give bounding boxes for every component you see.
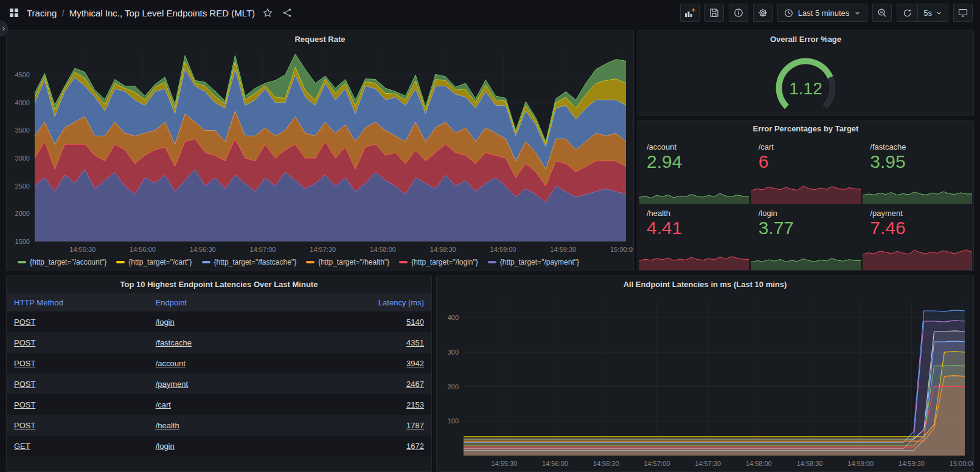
stat-value: 3.77	[759, 218, 853, 239]
table-row: POST/login5140	[7, 311, 431, 332]
cell-link[interactable]: /login	[156, 442, 175, 451]
stat-tile-login: /login3.77	[750, 204, 862, 270]
apps-grid-icon[interactable]	[7, 6, 21, 19]
panel-latency-table: Top 10 Highest Endpoint Latencies Over L…	[6, 276, 432, 472]
column-header[interactable]: Endpoint	[148, 293, 290, 311]
panel-title[interactable]: All Endpoint Latencies in ms (Last 10 mi…	[437, 276, 973, 293]
legend-series-color	[399, 261, 408, 263]
column-header[interactable]: HTTP Method	[7, 293, 148, 311]
cell-link[interactable]: /payment	[156, 380, 188, 389]
cell-link[interactable]: 1672	[406, 442, 424, 451]
cell-link[interactable]: 5140	[406, 318, 424, 327]
cell-link[interactable]: POST	[14, 421, 35, 430]
gauge-svg: 1.12	[638, 48, 973, 116]
svg-text:2000: 2000	[15, 210, 30, 217]
save-dashboard-button[interactable]	[704, 4, 724, 22]
svg-text:14:58:30: 14:58:30	[430, 246, 456, 253]
panel-title[interactable]: Overall Error %age	[638, 31, 973, 48]
dashboard-title[interactable]: Mythical Inc., Top Level Endpoints RED (…	[69, 8, 255, 18]
cell-link[interactable]: /login	[156, 318, 175, 327]
dashboard-settings-button[interactable]	[753, 4, 773, 22]
refresh-interval-picker[interactable]: 5s	[917, 4, 948, 21]
error-stat-grid: /account2.94/cart6/fastcache3.95/health4…	[638, 137, 973, 270]
kiosk-mode-button[interactable]	[953, 4, 973, 22]
svg-text:2500: 2500	[15, 182, 30, 190]
cell-link[interactable]: POST	[14, 400, 35, 409]
cell-link[interactable]: /fastcache	[156, 338, 192, 347]
legend-series-color	[306, 261, 315, 263]
add-panel-button[interactable]	[680, 4, 700, 22]
cell-link[interactable]: 3942	[406, 359, 424, 368]
table-row: POST/account3942	[7, 353, 431, 373]
breadcrumb-section[interactable]: Tracing	[27, 8, 57, 18]
panel-overall-error: Overall Error %age 1.12	[638, 30, 974, 116]
legend-series-label: {http_target="/login"}	[411, 258, 478, 266]
column-header[interactable]: Latency (ms)	[290, 293, 431, 311]
table-cell: 2153	[290, 394, 431, 415]
table-cell: POST	[7, 332, 148, 353]
svg-text:1.12: 1.12	[789, 79, 822, 98]
svg-text:14:57:30: 14:57:30	[695, 460, 721, 467]
star-icon[interactable]	[261, 6, 274, 19]
sparkline-svg	[751, 245, 861, 270]
stat-target-label: /account	[647, 142, 742, 151]
stat-target-label: /fastcache	[870, 142, 965, 151]
time-range-picker[interactable]: Last 5 minutes	[777, 4, 868, 22]
legend-series-color	[202, 261, 210, 263]
legend-series-color	[116, 261, 125, 263]
cell-link[interactable]: 4351	[406, 338, 424, 347]
svg-text:14:55:30: 14:55:30	[69, 246, 96, 253]
panel-title[interactable]: Error Percentages by Target	[638, 120, 973, 137]
cell-link[interactable]: POST	[14, 359, 35, 368]
cell-link[interactable]: 1787	[406, 421, 424, 430]
table-cell: POST	[7, 353, 148, 373]
cell-link[interactable]: /cart	[156, 400, 171, 409]
svg-text:400: 400	[448, 314, 459, 321]
svg-text:14:56:00: 14:56:00	[130, 246, 156, 253]
legend-series-label: {http_target="/payment"}	[500, 258, 579, 266]
cell-link[interactable]: 2467	[406, 380, 424, 389]
legend-item[interactable]: {http_target="/fastcache"}	[202, 258, 297, 266]
refresh-controls: 5s	[897, 4, 948, 22]
legend-item[interactable]: {http_target="/health"}	[306, 258, 389, 266]
request-rate-svg: 150020002500300035004000450014:55:3014:5…	[7, 48, 633, 256]
svg-text:4500: 4500	[15, 71, 30, 78]
legend-series-label: {http_target="/account"}	[30, 258, 106, 266]
legend-item[interactable]: {http_target="/login"}	[399, 258, 478, 266]
cell-link[interactable]: 2153	[406, 400, 424, 409]
cell-link[interactable]: POST	[14, 380, 35, 389]
table-cell: 5140	[290, 311, 431, 332]
cell-link[interactable]: GET	[14, 442, 30, 451]
refresh-button[interactable]	[897, 4, 917, 21]
svg-text:14:56:30: 14:56:30	[190, 246, 216, 253]
svg-text:300: 300	[448, 349, 459, 356]
cell-link[interactable]: POST	[14, 338, 35, 347]
stat-value: 6	[759, 151, 853, 173]
svg-text:14:59:00: 14:59:00	[847, 460, 874, 467]
legend-item[interactable]: {http_target="/account"}	[18, 258, 106, 266]
latency-chart[interactable]: 10020030040014:55:3014:56:0014:56:3014:5…	[437, 293, 973, 471]
sparkline-svg	[639, 178, 749, 204]
request-rate-chart[interactable]: 150020002500300035004000450014:55:3014:5…	[7, 48, 633, 256]
overall-error-gauge: 1.12	[638, 48, 973, 116]
zoom-out-button[interactable]	[872, 4, 892, 22]
legend-item[interactable]: {http_target="/payment"}	[488, 258, 579, 266]
panel-error-by-target: Error Percentages by Target /account2.94…	[638, 120, 974, 271]
sparkline-svg	[639, 245, 749, 270]
panel-title[interactable]: Request Rate	[7, 31, 633, 48]
stat-target-label: /health	[647, 209, 742, 218]
sparkline-svg	[863, 178, 972, 204]
stat-target-label: /cart	[759, 142, 853, 151]
legend-item[interactable]: {http_target="/cart"}	[116, 258, 192, 266]
legend-series-label: {http_target="/health"}	[318, 258, 389, 266]
cell-link[interactable]: /account	[156, 359, 186, 368]
dashboard-info-button[interactable]	[729, 4, 748, 22]
svg-text:3000: 3000	[15, 154, 30, 162]
cell-link[interactable]: /health	[156, 421, 179, 430]
svg-text:14:57:00: 14:57:00	[250, 246, 276, 253]
svg-text:15:00:00: 15:00:00	[950, 460, 973, 467]
svg-text:200: 200	[448, 383, 459, 390]
share-icon[interactable]	[280, 6, 294, 19]
panel-title[interactable]: Top 10 Highest Endpoint Latencies Over L…	[7, 276, 431, 293]
cell-link[interactable]: POST	[14, 318, 35, 327]
